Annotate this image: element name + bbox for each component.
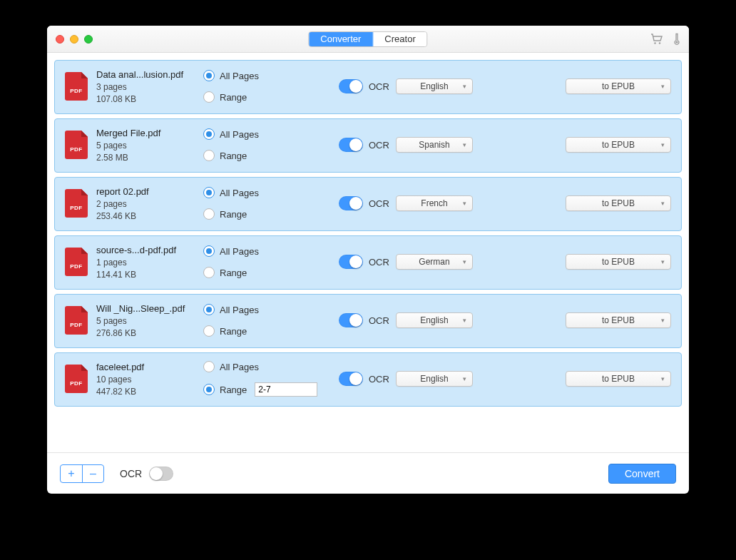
language-dropdown[interactable]: German — [396, 254, 473, 270]
range-input[interactable] — [255, 382, 317, 397]
format-cell: to EPUB — [557, 254, 671, 270]
pdf-file-icon: PDF — [65, 306, 88, 335]
file-meta: source-s...d-pdf.pdf 1 pages 114.41 KB — [96, 245, 203, 280]
radio-all-pages-label: All Pages — [220, 188, 259, 198]
format-cell: to EPUB — [557, 371, 671, 387]
file-row[interactable]: PDF Merged File.pdf 5 pages 2.58 MB All … — [54, 118, 682, 173]
footer-ocr-label: OCR — [120, 468, 142, 479]
tab-converter[interactable]: Converter — [309, 32, 372, 46]
add-file-button[interactable]: + — [61, 465, 82, 482]
language-dropdown[interactable]: English — [396, 78, 473, 94]
file-name: report 02.pdf — [96, 186, 196, 197]
page-mode-group: All Pages Range — [203, 70, 339, 103]
thermometer-icon[interactable] — [673, 33, 680, 46]
file-list: PDF Data anal...lusion.pdf 3 pages 107.0… — [47, 53, 689, 452]
ocr-group: OCR — [339, 196, 396, 210]
language-value: English — [420, 315, 448, 325]
radio-range[interactable] — [203, 208, 215, 220]
format-value: to EPUB — [602, 140, 635, 150]
minimize-window-button[interactable] — [70, 35, 78, 44]
language-dropdown[interactable]: English — [396, 312, 473, 328]
ocr-group: OCR — [339, 138, 396, 152]
file-name: faceleet.pdf — [96, 362, 196, 372]
radio-all-pages[interactable] — [203, 128, 215, 140]
format-value: to EPUB — [602, 374, 635, 384]
format-value: to EPUB — [602, 257, 635, 267]
format-dropdown[interactable]: to EPUB — [566, 312, 671, 328]
footer-ocr-toggle[interactable] — [149, 467, 173, 481]
file-pages: 5 pages — [96, 316, 203, 326]
ocr-toggle[interactable] — [339, 372, 363, 386]
ocr-toggle[interactable] — [339, 196, 363, 210]
ocr-group: OCR — [339, 313, 396, 327]
ocr-label: OCR — [369, 257, 389, 268]
close-window-button[interactable] — [56, 35, 64, 44]
ocr-group: OCR — [339, 79, 396, 93]
file-meta: report 02.pdf 2 pages 253.46 KB — [96, 186, 203, 221]
language-value: English — [420, 374, 448, 384]
format-dropdown[interactable]: to EPUB — [566, 254, 671, 270]
radio-all-pages[interactable] — [203, 70, 215, 81]
radio-range-label: Range — [220, 385, 247, 395]
radio-all-pages[interactable] — [203, 245, 215, 257]
format-dropdown[interactable]: to EPUB — [566, 195, 671, 211]
radio-all-pages[interactable] — [203, 361, 215, 372]
file-pages: 2 pages — [96, 199, 203, 209]
ocr-label: OCR — [369, 140, 389, 151]
radio-range[interactable] — [203, 91, 215, 103]
file-name: Will _Nig...Sleep_.pdf — [96, 303, 196, 314]
format-dropdown[interactable]: to EPUB — [566, 371, 671, 387]
radio-range-label: Range — [220, 151, 247, 161]
file-size: 114.41 KB — [96, 270, 203, 280]
tab-creator[interactable]: Creator — [372, 32, 426, 46]
language-value: English — [420, 81, 448, 91]
file-size: 447.82 KB — [96, 387, 203, 397]
file-size: 276.86 KB — [96, 328, 203, 338]
radio-range[interactable] — [203, 150, 215, 161]
file-name: source-s...d-pdf.pdf — [96, 245, 196, 255]
language-dropdown[interactable]: English — [396, 371, 473, 387]
footer-ocr-group: OCR — [120, 467, 173, 481]
ocr-group: OCR — [339, 255, 396, 269]
radio-range[interactable] — [203, 384, 215, 395]
radio-all-pages[interactable] — [203, 187, 215, 198]
ocr-toggle[interactable] — [339, 79, 363, 93]
pdf-file-icon: PDF — [65, 189, 88, 218]
format-cell: to EPUB — [557, 78, 671, 94]
svg-point-0 — [654, 42, 655, 44]
format-value: to EPUB — [602, 81, 635, 91]
page-mode-group: All Pages Range — [203, 128, 339, 161]
ocr-label: OCR — [369, 374, 389, 385]
page-mode-group: All Pages Range — [203, 304, 339, 337]
language-dropdown[interactable]: Spanish — [396, 137, 473, 153]
pdf-file-icon: PDF — [65, 248, 88, 276]
format-cell: to EPUB — [557, 137, 671, 153]
toolbar-right — [650, 33, 680, 46]
file-row[interactable]: PDF faceleet.pdf 10 pages 447.82 KB All … — [54, 352, 682, 407]
add-remove-control: + – — [60, 464, 104, 483]
ocr-toggle[interactable] — [339, 255, 363, 269]
language-cell: English — [396, 312, 489, 328]
ocr-toggle[interactable] — [339, 138, 363, 152]
radio-range[interactable] — [203, 267, 215, 278]
radio-all-pages[interactable] — [203, 304, 215, 315]
file-row[interactable]: PDF report 02.pdf 2 pages 253.46 KB All … — [54, 177, 682, 231]
format-dropdown[interactable]: to EPUB — [566, 78, 671, 94]
format-dropdown[interactable]: to EPUB — [566, 137, 671, 153]
remove-file-button[interactable]: – — [82, 465, 103, 482]
convert-button[interactable]: Convert — [608, 464, 676, 484]
ocr-toggle[interactable] — [339, 313, 363, 327]
file-row[interactable]: PDF Will _Nig...Sleep_.pdf 5 pages 276.8… — [54, 294, 682, 348]
cart-icon[interactable] — [650, 34, 663, 45]
file-row[interactable]: PDF source-s...d-pdf.pdf 1 pages 114.41 … — [54, 235, 682, 290]
file-size: 2.58 MB — [96, 153, 203, 163]
file-row[interactable]: PDF Data anal...lusion.pdf 3 pages 107.0… — [54, 60, 682, 114]
language-dropdown[interactable]: French — [396, 195, 473, 211]
language-value: Spanish — [419, 140, 449, 150]
app-window: Converter Creator PDF Data anal...lusion… — [47, 26, 689, 494]
radio-range-label: Range — [220, 268, 247, 278]
ocr-group: OCR — [339, 372, 396, 386]
zoom-window-button[interactable] — [84, 35, 93, 44]
file-name: Data anal...lusion.pdf — [96, 69, 196, 80]
radio-range[interactable] — [203, 325, 215, 337]
